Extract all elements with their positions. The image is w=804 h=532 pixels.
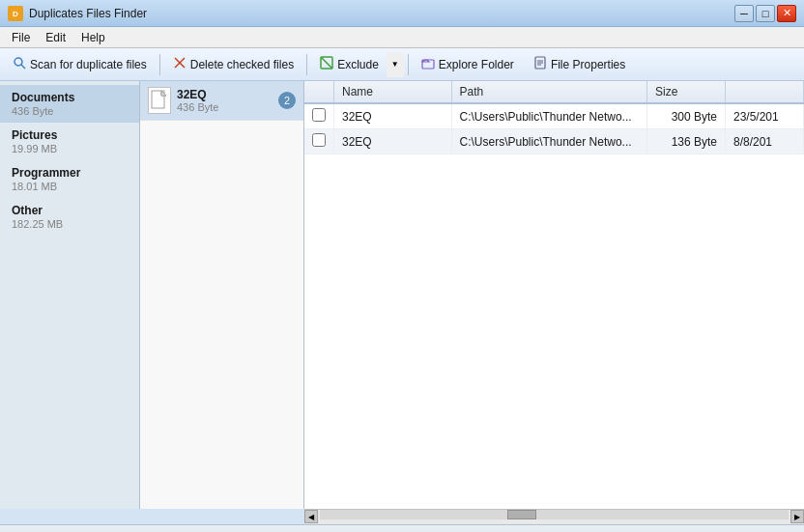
category-pictures[interactable]: Pictures 19.99 MB [0, 123, 139, 160]
close-button[interactable]: ✕ [777, 5, 796, 22]
exclude-button[interactable]: Exclude [311, 52, 387, 77]
cell-size: 300 Byte [647, 103, 726, 129]
details-panel[interactable]: Name Path Size 32EQ C:\Users\Public\Thun… [304, 81, 804, 509]
titlebar: D Duplicates Files Finder ─ □ ✕ [0, 0, 804, 27]
svg-point-2 [14, 58, 22, 66]
menu-help[interactable]: Help [73, 29, 113, 46]
maximize-button[interactable]: □ [756, 5, 775, 22]
table-row[interactable]: 32EQ C:\Users\Public\Thunder Netwo... 13… [304, 129, 804, 154]
properties-icon [533, 56, 547, 72]
toolbar-sep-1 [159, 54, 160, 75]
col-header-name[interactable]: Name [334, 81, 452, 103]
files-panel: 32EQ 436 Byte 2 [140, 81, 304, 509]
app-icon: D [8, 6, 23, 21]
file-info: 32EQ 436 Byte [177, 88, 273, 113]
cell-path: C:\Users\Public\Thunder Netwo... [451, 103, 647, 129]
scan-button[interactable]: Scan for duplicate files [4, 52, 156, 77]
cell-path: C:\Users\Public\Thunder Netwo... [451, 129, 647, 154]
statusbar: 0 of 1681 items marked for deletion C:\U… [0, 524, 804, 532]
menu-file[interactable]: File [4, 29, 38, 46]
category-documents[interactable]: Documents 436 Byte [0, 85, 139, 123]
file-count-badge: 2 [278, 92, 296, 109]
explore-icon [421, 56, 435, 72]
main-content: Documents 436 Byte Pictures 19.99 MB Pro… [0, 81, 804, 509]
exclude-icon [320, 56, 333, 72]
table-header-row: Name Path Size [304, 81, 804, 103]
delete-icon [173, 56, 187, 72]
app-title: Duplicates Files Finder [29, 7, 734, 20]
delete-button[interactable]: Delete checked files [164, 52, 302, 77]
exclude-dropdown: Exclude ▼ [311, 52, 404, 77]
col-header-path[interactable]: Path [451, 81, 647, 103]
col-header-size[interactable]: Size [647, 81, 726, 103]
window-controls: ─ □ ✕ [734, 5, 796, 22]
cell-date: 23/5/201 [726, 103, 804, 129]
file-group-item[interactable]: 32EQ 436 Byte 2 [140, 81, 303, 121]
category-programmer[interactable]: Programmer 18.01 MB [0, 160, 139, 198]
col-header-date [726, 81, 804, 103]
explore-button[interactable]: Explore Folder [413, 52, 523, 77]
details-table: Name Path Size 32EQ C:\Users\Public\Thun… [304, 81, 804, 154]
row-checkbox[interactable] [312, 108, 326, 122]
cell-date: 8/8/201 [726, 129, 804, 154]
scroll-thumb[interactable] [507, 510, 536, 519]
scroll-right-arrow[interactable]: ▶ [790, 510, 804, 523]
file-icon [148, 87, 171, 114]
minimize-button[interactable]: ─ [734, 5, 754, 22]
scroll-track[interactable] [320, 510, 789, 519]
scroll-left-arrow[interactable]: ◀ [304, 510, 318, 523]
table-row[interactable]: 32EQ C:\Users\Public\Thunder Netwo... 30… [304, 103, 804, 129]
menubar: File Edit Help [0, 27, 804, 48]
scan-icon [13, 56, 26, 72]
row-checkbox[interactable] [312, 133, 326, 147]
toolbar-sep-3 [408, 54, 409, 75]
menu-edit[interactable]: Edit [38, 29, 73, 46]
table-body: 32EQ C:\Users\Public\Thunder Netwo... 30… [304, 103, 804, 154]
cell-name: 32EQ [334, 129, 452, 154]
svg-text:D: D [13, 10, 18, 18]
svg-line-3 [21, 65, 25, 69]
toolbar-sep-2 [306, 54, 307, 75]
exclude-dropdown-arrow[interactable]: ▼ [387, 52, 404, 77]
toolbar: Scan for duplicate files Delete checked … [0, 48, 804, 81]
col-header-check [304, 81, 334, 103]
categories-panel: Documents 436 Byte Pictures 19.99 MB Pro… [0, 81, 140, 509]
properties-button[interactable]: File Properties [525, 52, 634, 77]
cell-name: 32EQ [334, 103, 452, 129]
category-other[interactable]: Other 182.25 MB [0, 198, 139, 236]
svg-line-7 [321, 57, 332, 69]
cell-size: 136 Byte [647, 129, 726, 154]
